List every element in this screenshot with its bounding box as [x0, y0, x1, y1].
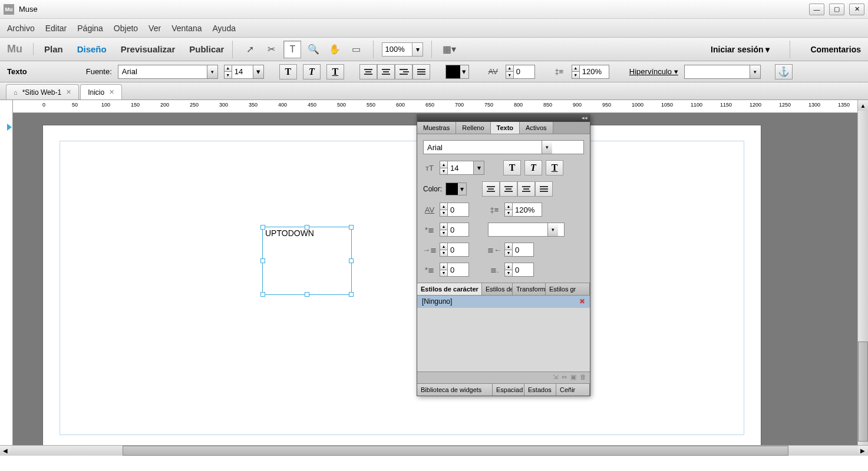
collapse-icon[interactable]: ◂◂ — [582, 115, 588, 122]
scroll-up-icon[interactable]: ▲ — [858, 100, 868, 111]
panel-font-input[interactable] — [424, 143, 542, 152]
tab-page[interactable]: Inicio ✕ — [80, 84, 122, 99]
leading-input[interactable] — [580, 65, 609, 79]
zoom-input[interactable] — [382, 43, 412, 56]
zoom-tool-icon[interactable]: 🔍 — [305, 41, 322, 58]
tab-muestras[interactable]: Muestras — [417, 122, 456, 134]
scroll-right-icon[interactable]: ▶ — [857, 446, 868, 456]
text-tool-icon[interactable]: T — [283, 41, 301, 58]
close-button[interactable]: ✕ — [849, 4, 864, 15]
font-select[interactable]: ▾ — [118, 65, 218, 79]
kerning-field[interactable]: ▲▼ — [506, 65, 535, 79]
hyperlink-input[interactable] — [685, 67, 750, 76]
text-frame[interactable]: UPTODOWN — [262, 227, 352, 295]
panel-color-swatch[interactable]: ▾ — [445, 183, 467, 195]
panel-spacebefore-input[interactable] — [448, 223, 469, 237]
bottomtab-widgets[interactable]: Biblioteca de widgets — [417, 384, 493, 396]
comments-button[interactable]: Comentarios — [810, 45, 861, 54]
kerning-input[interactable] — [514, 65, 535, 79]
subtab-char-styles[interactable]: Estilos de carácter — [417, 283, 482, 295]
menu-archivo[interactable]: Archivo — [7, 24, 35, 33]
chevron-down-icon[interactable]: ▾ — [253, 65, 264, 79]
panel-align-justify[interactable] — [535, 181, 553, 197]
color-swatch[interactable]: ▾ — [445, 65, 469, 79]
bottomtab-states[interactable]: Estados — [524, 384, 556, 396]
style-item-none[interactable]: [Ninguno]✖ — [417, 296, 590, 308]
bottomtab-spacing[interactable]: Espaciad — [493, 384, 524, 396]
tab-site[interactable]: ⌂ *Sitio Web-1 ✕ — [6, 84, 79, 99]
close-icon[interactable]: ✕ — [109, 88, 114, 96]
menu-pagina[interactable]: Página — [77, 24, 103, 33]
hyperlink-menu[interactable]: Hipervínculo ▾ — [629, 67, 678, 76]
scroll-thumb[interactable] — [858, 341, 868, 442]
menu-objeto[interactable]: Objeto — [114, 24, 138, 33]
panel-leading-input[interactable] — [513, 203, 542, 217]
tab-relleno[interactable]: Relleno — [456, 122, 490, 134]
tab-activos[interactable]: Activos — [520, 122, 553, 134]
tab-texto[interactable]: Texto — [491, 122, 520, 134]
panel-size-input[interactable] — [448, 161, 474, 175]
panel-bold-button[interactable]: T — [503, 160, 521, 175]
panel-italic-button[interactable]: T — [524, 160, 542, 175]
horizontal-scrollbar[interactable]: ◀ ▶ — [0, 445, 868, 456]
panel-align-right[interactable] — [517, 181, 535, 197]
bottomtab-wrap[interactable]: Ceñir — [556, 384, 590, 396]
leading-field[interactable]: ▲▼ — [572, 65, 609, 79]
signin-button[interactable]: Iniciar sesión ▾ — [711, 45, 770, 54]
anchor-button[interactable]: ⚓ — [775, 64, 793, 79]
mode-design[interactable]: Diseño — [77, 44, 107, 54]
zoom-dropdown-icon[interactable]: ▾ — [412, 43, 423, 56]
panel-indentleft-input[interactable] — [448, 243, 469, 257]
mode-publish[interactable]: Publicar — [189, 44, 224, 54]
chevron-down-icon[interactable]: ▾ — [207, 65, 217, 78]
hand-tool-icon[interactable]: ✋ — [326, 41, 344, 58]
screen-tool-icon[interactable]: ▦▾ — [440, 41, 458, 58]
font-input[interactable] — [118, 67, 207, 76]
panel-indentfirst-input[interactable] — [448, 263, 469, 277]
spinner-up-icon[interactable]: ▲ — [225, 65, 232, 72]
scroll-left-icon[interactable]: ◀ — [0, 446, 11, 456]
mode-plan[interactable]: Plan — [44, 44, 63, 54]
panel-font-select[interactable]: ▾ — [423, 140, 584, 154]
crop-tool-icon[interactable]: ✂ — [262, 41, 280, 58]
subtab-transform[interactable]: Transform — [513, 283, 546, 295]
bold-button[interactable]: T — [279, 64, 297, 79]
zoom-field[interactable]: ▾ — [382, 42, 423, 57]
unlink-icon[interactable]: ⇲ — [553, 373, 558, 382]
page[interactable]: UPTODOWN — [42, 125, 761, 455]
fontsize-field[interactable]: ▲▼ ▾ — [224, 65, 264, 79]
trash-icon[interactable]: 🗑 — [580, 373, 586, 382]
rectangle-tool-icon[interactable]: ▭ — [347, 41, 365, 58]
panel-spaceafter-input[interactable] — [513, 263, 534, 277]
align-justify-button[interactable] — [412, 64, 430, 79]
underline-button[interactable]: T — [326, 64, 344, 79]
link-icon[interactable]: ⇔ — [562, 373, 567, 382]
mode-preview[interactable]: Previsualizar — [121, 44, 176, 54]
panel-align-center[interactable] — [500, 181, 517, 197]
close-icon[interactable]: ✕ — [66, 88, 71, 96]
hyperlink-field[interactable]: ▾ — [684, 65, 761, 79]
vertical-scrollbar[interactable]: ▲ ▼ — [857, 100, 868, 456]
menu-ventana[interactable]: Ventana — [171, 24, 202, 33]
spinner-down-icon[interactable]: ▼ — [225, 72, 232, 78]
subtab-para-styles[interactable]: Estilos de — [482, 283, 513, 295]
menu-ver[interactable]: Ver — [148, 24, 161, 33]
align-right-button[interactable] — [395, 64, 412, 79]
canvas[interactable]: UPTODOWN ◂◂ Muestras Relleno Texto Activ… — [13, 113, 857, 456]
guide-marker-icon[interactable] — [7, 124, 12, 131]
fontsize-input[interactable] — [232, 65, 253, 79]
italic-button[interactable]: T — [303, 64, 321, 79]
selection-tool-icon[interactable]: ➚ — [241, 41, 259, 58]
panel-underline-button[interactable]: T — [546, 160, 563, 175]
new-style-icon[interactable]: ▣ — [570, 373, 576, 382]
scroll-thumb[interactable] — [123, 446, 788, 456]
panel-tag-select[interactable]: ▾ — [488, 223, 565, 237]
subtab-graphic-styles[interactable]: Estilos gr — [546, 283, 590, 295]
panel-align-left[interactable] — [482, 181, 500, 197]
panel-kerning-input[interactable] — [448, 203, 469, 217]
panel-indentright-input[interactable] — [513, 243, 534, 257]
menu-ayuda[interactable]: Ayuda — [213, 24, 236, 33]
maximize-button[interactable]: ▢ — [829, 4, 844, 15]
menu-editar[interactable]: Editar — [45, 24, 67, 33]
panel-titlebar[interactable]: ◂◂ — [417, 115, 590, 122]
